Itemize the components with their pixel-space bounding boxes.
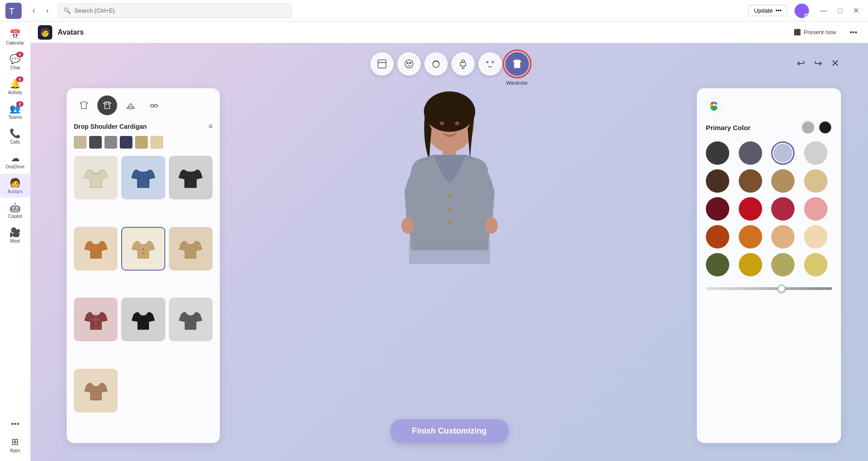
redo-button[interactable]: ↪ <box>812 56 824 71</box>
toolbar-body[interactable] <box>451 52 475 76</box>
swatch-orange[interactable] <box>706 225 729 249</box>
close-button[interactable]: ✕ <box>850 5 863 17</box>
clothing-item-grey-blazer[interactable] <box>169 298 213 341</box>
search-bar[interactable]: 🔍 Search (Ctrl+E) <box>58 4 292 18</box>
forward-button[interactable]: › <box>42 4 52 17</box>
editor-close-button[interactable]: ✕ <box>829 56 841 71</box>
color-chip-2[interactable] <box>89 136 102 149</box>
swatch-red[interactable] <box>739 197 762 221</box>
present-icon: ⬛ <box>794 29 801 36</box>
swatch-olive[interactable] <box>706 253 729 276</box>
clothing-item-blue-jacket[interactable] <box>121 156 165 199</box>
clothing-grid <box>74 156 213 436</box>
toolbar-expression[interactable] <box>478 52 502 76</box>
swatch-dark-red[interactable] <box>706 197 729 221</box>
svg-point-8 <box>127 107 135 109</box>
color-chip-4[interactable] <box>120 136 132 149</box>
sidebar-item-chat[interactable]: 💬 6 Chat <box>0 50 30 74</box>
maximize-button[interactable]: □ <box>834 5 846 17</box>
primary-swatch-black[interactable] <box>818 121 832 134</box>
sidebar-item-calendar[interactable]: 📅 Calendar <box>0 25 30 49</box>
present-now-button[interactable]: ⬛ Present now <box>789 26 841 38</box>
swatch-light-blue-grey[interactable] <box>771 141 795 165</box>
sidebar-item-avatars[interactable]: 🧑 Avatars <box>0 174 30 198</box>
swatch-tan[interactable] <box>771 169 795 193</box>
tab-hat[interactable] <box>121 95 141 115</box>
swatch-pale-yellow[interactable] <box>804 253 827 276</box>
swatch-crimson[interactable] <box>771 197 795 221</box>
primary-swatches <box>801 121 832 134</box>
app-title: Avatars <box>58 28 84 36</box>
swatch-medium-grey[interactable] <box>739 141 762 165</box>
header-right: ⬛ Present now ••• <box>789 26 861 38</box>
sidebar-item-meet[interactable]: 🎥 Meet <box>0 223 30 247</box>
update-label: Update <box>754 7 773 14</box>
user-avatar[interactable] <box>795 4 809 18</box>
slider-thumb[interactable] <box>777 285 786 293</box>
swatch-light-grey[interactable] <box>804 141 827 165</box>
swatch-pink[interactable] <box>804 197 827 221</box>
color-slider[interactable] <box>706 287 832 290</box>
header-more-button[interactable]: ••• <box>846 27 861 38</box>
finish-customizing-button[interactable]: Finish Customizing <box>391 419 509 443</box>
toolbar-hair[interactable] <box>424 52 448 76</box>
sidebar-item-teams[interactable]: 👥 2 Teams <box>0 99 30 123</box>
undo-button[interactable]: ↩ <box>795 56 807 71</box>
back-button[interactable]: ‹ <box>29 4 39 17</box>
color-chip-1[interactable] <box>74 136 86 149</box>
onedrive-icon: ☁ <box>11 153 20 163</box>
svg-point-21 <box>401 217 414 234</box>
swatch-cream[interactable] <box>804 225 827 249</box>
wardrobe-tabs <box>74 95 213 115</box>
sidebar-label-onedrive: OneDrive <box>5 164 24 169</box>
update-button[interactable]: Update ••• <box>748 5 788 16</box>
clothing-item-tan2[interactable] <box>74 369 118 412</box>
clothing-item-tan-jacket[interactable] <box>169 227 213 271</box>
clothing-item-hoodie-beige[interactable] <box>74 156 118 199</box>
update-dots: ••• <box>776 7 782 14</box>
color-grid <box>706 141 832 276</box>
toolbar-face[interactable] <box>397 52 421 76</box>
swatch-medium-brown[interactable] <box>739 169 762 193</box>
sidebar-item-calls[interactable]: 📞 Calls <box>0 124 30 148</box>
sidebar-label-apps: Apps <box>10 448 20 453</box>
toolbar-wardrobe[interactable] <box>505 52 529 76</box>
filter-button[interactable]: ≡ <box>209 122 213 131</box>
sidebar-label-calls: Calls <box>10 140 20 145</box>
color-chip-6[interactable] <box>150 136 163 149</box>
sidebar-item-copilot[interactable]: 🤖 Copilot <box>0 199 30 222</box>
titlebar-actions: Update ••• — □ ✕ <box>748 4 863 18</box>
clothing-item-black2[interactable] <box>121 298 165 341</box>
swatch-dark-grey[interactable] <box>706 141 729 165</box>
swatch-light-tan[interactable] <box>804 169 827 193</box>
main-layout: 📅 Calendar 💬 6 Chat 🔔 6 Activity 👥 2 Tea… <box>0 22 868 461</box>
clothing-item-plaid[interactable] <box>74 298 118 341</box>
primary-color-label: Primary Color <box>706 124 750 131</box>
clothing-item-orange-cardigan[interactable] <box>74 227 118 271</box>
sidebar-item-activity[interactable]: 🔔 6 Activity <box>0 75 30 99</box>
google-color-icon <box>706 97 722 113</box>
swatch-amber[interactable] <box>739 225 762 249</box>
swatch-peach[interactable] <box>771 225 795 249</box>
teams-badge: 2 <box>16 101 23 107</box>
color-chip-3[interactable] <box>105 136 117 149</box>
toolbar-avatar-base[interactable] <box>370 52 394 76</box>
avatar-figure <box>391 70 508 322</box>
sidebar-item-apps[interactable]: ⊞ Apps <box>0 433 30 456</box>
svg-point-4 <box>407 63 408 64</box>
minimize-button[interactable]: — <box>816 5 831 17</box>
sidebar-more[interactable]: ••• <box>7 416 23 433</box>
swatch-dark-brown[interactable] <box>706 169 729 193</box>
primary-swatch-grey[interactable] <box>801 121 815 134</box>
tab-glasses[interactable] <box>144 95 164 115</box>
clothing-item-beige-cardigan-selected[interactable] <box>121 227 165 271</box>
clothing-item-black-jacket[interactable] <box>169 156 213 199</box>
wardrobe-header: Drop Shoulder Cardigan ≡ <box>74 122 213 131</box>
swatch-khaki[interactable] <box>771 253 795 276</box>
sidebar-item-onedrive[interactable]: ☁ OneDrive <box>0 149 30 173</box>
swatch-yellow[interactable] <box>739 253 762 276</box>
tab-shirt[interactable] <box>74 95 94 115</box>
color-chip-5[interactable] <box>135 136 148 149</box>
tab-jacket[interactable] <box>97 95 117 115</box>
svg-rect-23 <box>409 241 490 264</box>
